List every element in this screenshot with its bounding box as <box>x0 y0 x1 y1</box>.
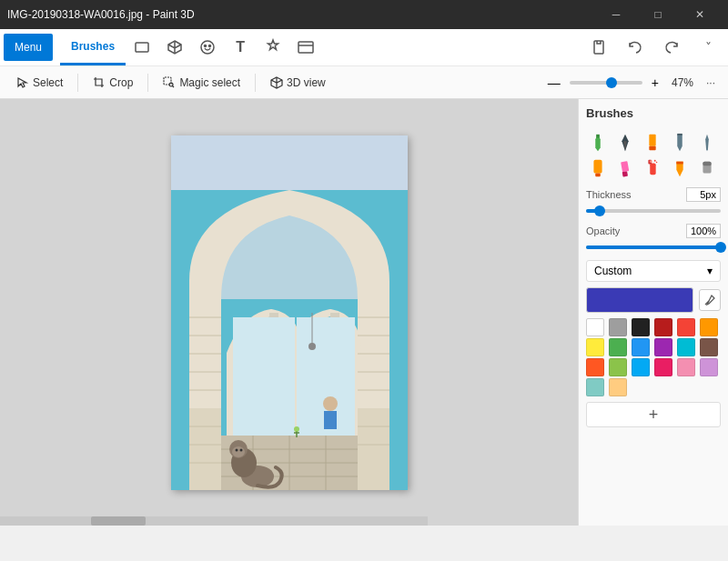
color-section-label: Custom <box>594 265 632 277</box>
color-swatch[interactable] <box>609 338 627 356</box>
undo-button[interactable] <box>619 31 652 64</box>
brush-pen[interactable] <box>613 131 637 155</box>
svg-rect-0 <box>136 43 148 52</box>
more-options-icon[interactable]: ˅ <box>692 31 724 64</box>
title-bar: IMG-20190318-WA0016.jpg - Paint 3D ─ □ ✕ <box>0 0 728 29</box>
crop-label: Crop <box>109 76 133 89</box>
zoom-slider-thumb <box>606 77 617 88</box>
paste-3d-icon[interactable] <box>582 31 615 64</box>
color-swatch[interactable] <box>609 318 627 336</box>
tab-text[interactable]: T <box>224 31 257 64</box>
svg-rect-48 <box>324 411 337 429</box>
opacity-slider-fill <box>586 245 721 249</box>
opacity-label: Opacity <box>586 225 620 236</box>
brush-fat-marker[interactable] <box>586 156 610 180</box>
opacity-row: Opacity 100% <box>586 224 721 238</box>
thickness-value[interactable]: 5px <box>686 187 721 202</box>
panel-title: Brushes <box>586 106 721 124</box>
scroll-thumb-h <box>91 516 146 526</box>
brush-thin-pen[interactable] <box>695 131 719 155</box>
opacity-slider-track[interactable] <box>586 245 721 249</box>
color-swatch[interactable] <box>586 318 604 336</box>
color-swatch[interactable] <box>677 318 695 336</box>
tab-canvas[interactable] <box>289 31 322 64</box>
color-swatch[interactable] <box>609 378 627 396</box>
color-swatch[interactable] <box>632 318 650 336</box>
color-swatch[interactable] <box>654 338 672 356</box>
maximize-button[interactable]: □ <box>637 0 679 29</box>
brush-eraser[interactable] <box>695 156 719 180</box>
svg-rect-4 <box>298 42 313 53</box>
color-swatch[interactable] <box>632 338 650 356</box>
svg-point-47 <box>323 396 338 411</box>
color-swatch[interactable] <box>586 358 604 376</box>
color-swatch[interactable] <box>586 378 604 396</box>
thickness-row: Thickness 5px <box>586 187 721 202</box>
tab-brushes-label: Brushes <box>71 40 115 53</box>
svg-rect-66 <box>703 162 711 166</box>
svg-point-45 <box>235 448 238 451</box>
color-swatch[interactable] <box>654 318 672 336</box>
color-swatch[interactable] <box>632 358 650 376</box>
close-button[interactable]: ✕ <box>679 0 721 29</box>
svg-point-50 <box>308 343 316 350</box>
main-area: Brushes <box>0 99 728 526</box>
menu-button[interactable]: Menu <box>4 34 53 61</box>
select-tool-button[interactable]: Select <box>7 73 72 93</box>
color-swatch[interactable] <box>609 358 627 376</box>
svg-point-3 <box>209 45 211 47</box>
brush-grid <box>586 131 721 180</box>
tab-stickers[interactable] <box>191 31 224 64</box>
selected-color-swatch[interactable] <box>586 287 693 313</box>
color-swatch[interactable] <box>700 338 718 356</box>
thickness-slider-thumb[interactable] <box>594 205 605 216</box>
tab-2d-shapes[interactable] <box>126 31 158 64</box>
canvas-scrollbar-horizontal[interactable] <box>0 516 428 526</box>
brush-calligraphy[interactable] <box>668 131 692 155</box>
brush-flat-marker2[interactable] <box>668 156 692 180</box>
opacity-slider-thumb[interactable] <box>715 242 726 253</box>
tab-effects[interactable] <box>257 31 289 64</box>
brushes-panel: Brushes <box>578 99 728 526</box>
zoom-control: — + 47% ··· <box>542 74 721 92</box>
svg-rect-58 <box>622 171 628 176</box>
more-menu-button[interactable]: ··· <box>701 75 721 91</box>
svg-point-61 <box>650 160 652 163</box>
minimize-button[interactable]: ─ <box>595 0 637 29</box>
brush-spray[interactable] <box>641 156 664 180</box>
brush-highlighter[interactable] <box>613 156 637 180</box>
tab-3d-shapes[interactable] <box>158 31 191 64</box>
crop-tool-button[interactable]: Crop <box>84 73 142 93</box>
svg-rect-18 <box>358 408 389 490</box>
svg-rect-57 <box>621 161 629 172</box>
svg-rect-55 <box>593 160 602 174</box>
divider2 <box>147 74 148 92</box>
opacity-value[interactable]: 100% <box>686 224 721 238</box>
zoom-percentage: 47% <box>668 76 697 89</box>
color-swatch[interactable] <box>700 358 718 376</box>
tab-brushes[interactable]: Brushes <box>60 29 126 65</box>
ribbon-tabs: Menu Brushes <box>0 29 728 65</box>
zoom-minus-button[interactable]: — <box>542 74 566 92</box>
zoom-slider-track[interactable] <box>570 81 642 85</box>
thickness-slider-row <box>586 205 721 213</box>
chevron-icon: ▾ <box>707 265 713 277</box>
color-swatch[interactable] <box>677 358 695 376</box>
redo-button[interactable] <box>655 31 688 64</box>
svg-rect-53 <box>649 135 655 146</box>
eyedropper-button[interactable] <box>699 289 721 311</box>
color-swatch[interactable] <box>654 358 672 376</box>
brush-marker[interactable] <box>586 131 610 155</box>
brush-flat-marker[interactable] <box>641 131 664 155</box>
color-swatch[interactable] <box>677 338 695 356</box>
add-color-button[interactable]: + <box>586 402 721 427</box>
canvas-area[interactable] <box>0 99 578 526</box>
magic-select-button[interactable]: Magic select <box>154 73 249 93</box>
color-swatch[interactable] <box>586 338 604 356</box>
color-swatch[interactable] <box>700 318 718 336</box>
secondary-toolbar: Select Crop Magic select 3 <box>0 65 728 98</box>
thickness-slider-track[interactable] <box>586 209 721 213</box>
color-section-header[interactable]: Custom ▾ <box>586 260 721 282</box>
view-3d-button[interactable]: 3D view <box>261 73 335 93</box>
zoom-plus-button[interactable]: + <box>646 74 664 92</box>
